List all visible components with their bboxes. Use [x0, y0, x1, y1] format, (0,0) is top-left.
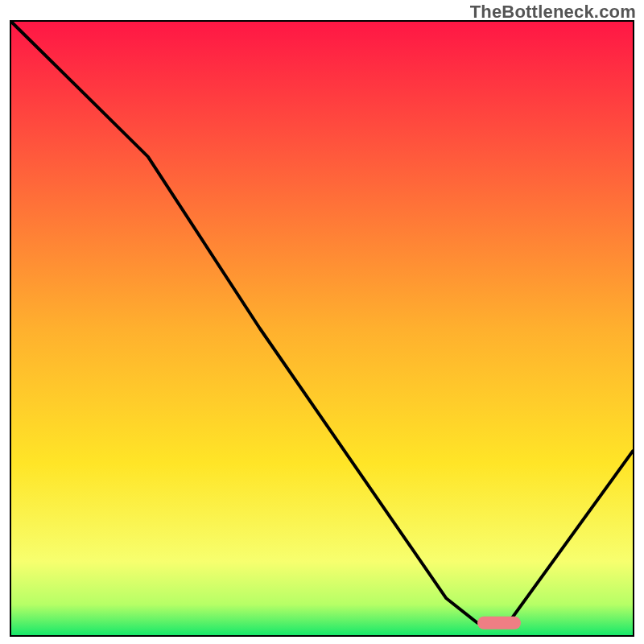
optimal-marker — [477, 617, 521, 630]
bottleneck-chart — [10, 20, 634, 637]
chart-container: TheBottleneck.com — [0, 0, 644, 644]
